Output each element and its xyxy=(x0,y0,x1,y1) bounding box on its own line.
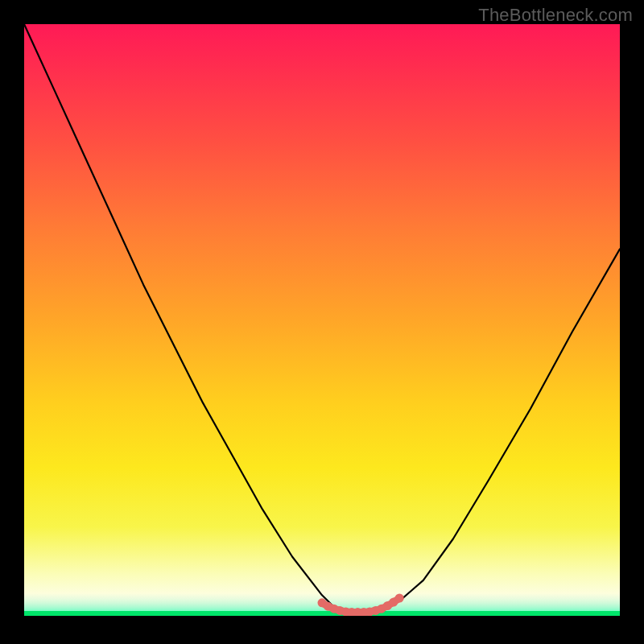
chart-frame: TheBottleneck.com xyxy=(0,0,644,644)
plot-area xyxy=(24,24,620,616)
watermark-text: TheBottleneck.com xyxy=(478,5,633,26)
bottleneck-curve-path xyxy=(24,24,620,613)
curve-svg xyxy=(24,24,620,616)
